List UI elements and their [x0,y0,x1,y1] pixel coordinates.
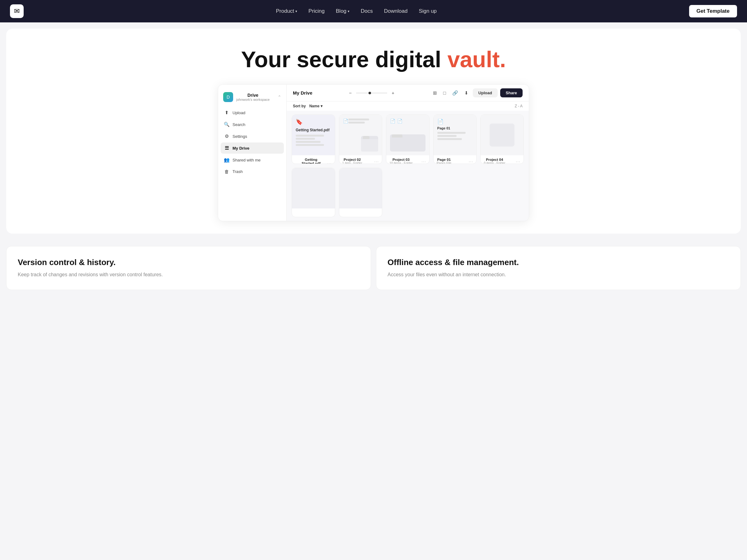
camera-button[interactable]: □ [441,89,448,97]
file-preview [339,168,382,209]
sidebar-header: D Drive johnwork's workspace ⌃ [218,89,286,107]
file-meta: 0 items · Folder [484,161,505,164]
sidebar-brand: D Drive johnwork's workspace [223,92,269,102]
file-title-preview: Getting Started.pdf [296,128,330,132]
file-info-empty [339,209,382,217]
sidebar-item-settings[interactable]: ⚙ Settings [221,131,284,142]
workspace-name: johnwork's workspace [236,98,269,101]
file-name: Project 02 [342,158,362,161]
navbar: ✉ Product ▾ Pricing Blog ▾ Docs [0,0,747,22]
sort-row: Sort by Name ▾ Z - A [287,101,529,111]
list-item[interactable]: 🔖 Getting Started.pdf Getting Started.pd… [292,114,335,164]
sidebar-item-trash[interactable]: 🗑 Trash [221,166,284,177]
sort-by-control[interactable]: Sort by Name ▾ [293,104,323,108]
upload-icon: ⬆ [224,110,229,115]
file-menu-button[interactable]: ··· [375,159,379,164]
file-preview: 🔖 Getting Started.pdf [292,115,335,155]
logo-icon: ✉ [14,7,20,15]
download-button[interactable]: ⬇ [463,89,470,97]
file-menu-button[interactable]: ··· [327,161,332,164]
drive-logo: D [223,92,233,102]
sidebar-item-search[interactable]: 🔍 Search [221,119,284,130]
list-item[interactable]: 📄 Page 01 Page 01 Pages File ··· [433,114,477,164]
sidebar-nav: ⬆ Upload 🔍 Search ⚙ Settings ☰ My Drive … [218,107,286,177]
toolbar-controls: − + [312,89,431,97]
files-grid: 🔖 Getting Started.pdf Getting Started.pd… [287,111,529,221]
chevron-down-icon: ▾ [295,9,297,14]
nav-item-pricing[interactable]: Pricing [308,8,325,14]
main-content: My Drive − + ⊞ □ 🔗 ⬇ Upload Share [287,85,529,221]
feature-description: Keep track of changes and revisions with… [18,271,360,278]
file-menu-button[interactable]: ··· [469,159,473,164]
file-info: Project 04 0 items · Folder ··· [481,155,523,164]
file-icon: 📄 [390,118,395,124]
list-item[interactable]: Project 04 0 items · Folder ··· [480,114,524,164]
upload-button[interactable]: Upload [473,88,498,97]
list-item[interactable]: 📄 Project 02 1 item · Fo [339,114,383,164]
file-info: Page 01 Pages File ··· [434,155,476,164]
chevron-down-icon: ▾ [320,104,323,108]
bookmark-icon: 🔖 [296,118,303,125]
sidebar-item-shared-with-me[interactable]: 👥 Shared with me [221,154,284,165]
file-menu-button[interactable]: ··· [421,159,426,164]
file-preview [481,115,523,155]
file-info: Project 03 10 items · Folder ··· [386,155,429,164]
zoom-minus-icon[interactable]: − [347,89,354,97]
app-name: Drive [236,93,269,98]
file-menu-button[interactable]: ··· [516,159,520,164]
zoom-slider[interactable] [356,93,387,93]
list-item[interactable] [339,168,383,217]
app-sidebar: D Drive johnwork's workspace ⌃ ⬆ Upload … [218,85,287,221]
sidebar-item-upload[interactable]: ⬆ Upload [221,107,284,118]
file-preview: 📄 [339,115,382,155]
features-section: Version control & history. Keep track of… [0,240,747,290]
file-meta: 10 items · Folder [389,161,412,164]
toolbar-actions: ⊞ □ 🔗 ⬇ Upload Share [431,88,522,97]
file-name: Project 04 [484,158,505,161]
chevron-down-icon: ▾ [348,9,350,14]
nav-item-docs[interactable]: Docs [361,8,373,14]
file-icon-2: 📄 [397,118,403,124]
sort-order: Z - A [515,104,522,108]
file-preview: 📄 📄 [386,115,429,155]
file-icon: 📄 [343,118,348,124]
feature-card-version-control: Version control & history. Keep track of… [6,246,371,290]
current-folder-title: My Drive [293,90,312,96]
grid-view-button[interactable]: ⊞ [431,89,439,97]
gear-icon: ⚙ [224,133,229,139]
file-meta: Pages File [437,161,451,164]
file-preview: 📄 Page 01 [434,115,476,155]
share-button[interactable]: Share [500,88,522,97]
feature-description: Access your files even without an intern… [387,271,729,278]
file-meta: 1 item · Folder [342,161,362,164]
link-button[interactable]: 🔗 [450,89,460,97]
nav-item-product[interactable]: Product ▾ [276,8,297,14]
zoom-plus-icon[interactable]: + [390,89,396,97]
feature-card-offline-access: Offline access & file management. Access… [376,246,741,290]
file-name: Page 01 [437,158,451,161]
get-template-button[interactable]: Get Template [689,5,737,18]
pages-icon: 📄 [437,118,443,125]
sidebar-item-my-drive[interactable]: ☰ My Drive [221,142,284,154]
hero-section: Your secure digital vault. D Drive johnw… [6,29,741,234]
sort-label: Sort by [293,104,306,108]
file-info: Getting Started.pdf PDF File ··· [292,155,335,164]
nav-item-download[interactable]: Download [384,8,408,14]
list-item[interactable]: 📄 📄 Project 03 10 items · Folder ··· [386,114,430,164]
hero-title: Your secure digital vault. [19,47,728,72]
chevron-up-icon[interactable]: ⌃ [278,95,281,100]
main-toolbar: My Drive − + ⊞ □ 🔗 ⬇ Upload Share [287,85,529,101]
list-item[interactable] [292,168,335,217]
feature-title: Offline access & file management. [387,258,729,267]
search-icon: 🔍 [224,122,229,127]
file-name: Project 03 [389,158,412,161]
nav-item-signup[interactable]: Sign up [419,8,437,14]
logo[interactable]: ✉ [10,4,24,18]
file-preview [292,168,335,209]
app-mockup: D Drive johnwork's workspace ⌃ ⬆ Upload … [218,84,529,221]
drive-icon: ☰ [224,145,229,151]
file-info-empty [292,209,335,217]
shared-icon: 👥 [224,157,229,163]
nav-item-blog[interactable]: Blog ▾ [336,8,350,14]
file-info: Project 02 1 item · Folder ··· [339,155,382,164]
